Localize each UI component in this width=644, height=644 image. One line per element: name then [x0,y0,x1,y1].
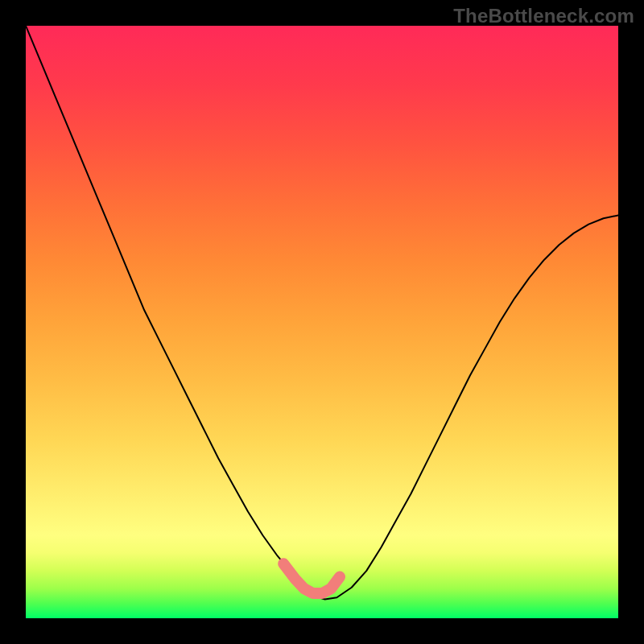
plot-area [26,26,618,618]
series-min-highlight [283,564,340,593]
watermark-text: TheBottleneck.com [453,5,634,27]
series-bottleneck-curve [26,26,618,599]
chart-svg [26,26,618,618]
chart-frame: TheBottleneck.com [0,0,644,644]
